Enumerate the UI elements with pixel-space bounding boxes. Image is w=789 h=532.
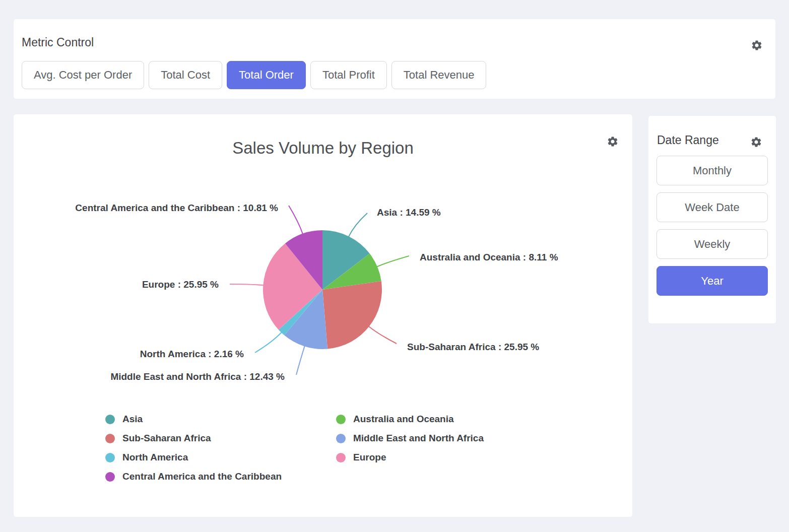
- legend-item-europe[interactable]: Europe: [336, 448, 484, 467]
- metric-total-revenue-button[interactable]: Total Revenue: [391, 61, 487, 89]
- daterange-year-button[interactable]: Year: [656, 266, 768, 296]
- legend-dot-icon: [336, 453, 346, 462]
- sales-volume-chart-panel: Sales Volume by Region Asia : 14.59 %Aus…: [14, 114, 632, 517]
- pie-leader-line-middle-east-and-north-africa: [296, 346, 305, 375]
- legend-dot-icon: [105, 415, 115, 424]
- legend-label: Central America and the Caribbean: [122, 471, 282, 482]
- legend-label: Australia and Oceania: [353, 414, 454, 425]
- metric-control-title: Metric Control: [22, 36, 94, 49]
- legend-item-sub-saharan-africa[interactable]: Sub-Saharan Africa: [105, 429, 282, 448]
- pie-legend-column-1: AsiaSub-Saharan AfricaNorth AmericaCentr…: [105, 410, 282, 486]
- dashboard-page: Metric Control Avg. Cost per OrderTotal …: [0, 0, 789, 532]
- metric-avg-cost-per-order-button[interactable]: Avg. Cost per Order: [22, 61, 144, 89]
- pie-label-middle-east-and-north-africa: Middle East and North Africa : 12.43 %: [110, 371, 285, 382]
- pie-leader-line-central-america-and-the-caribbean: [289, 206, 303, 234]
- legend-label: Sub-Saharan Africa: [122, 433, 211, 444]
- legend-label: Asia: [122, 414, 143, 425]
- daterange-monthly-button[interactable]: Monthly: [656, 156, 768, 185]
- legend-dot-icon: [336, 415, 346, 424]
- date-range-title: Date Range: [657, 134, 719, 147]
- legend-item-asia[interactable]: Asia: [105, 410, 282, 429]
- legend-label: Middle East and North Africa: [353, 433, 484, 444]
- metric-total-cost-button[interactable]: Total Cost: [149, 61, 222, 89]
- pie-legend-column-2: Australia and OceaniaMiddle East and Nor…: [336, 410, 484, 467]
- metric-buttons: Avg. Cost per OrderTotal CostTotal Order…: [22, 61, 486, 89]
- legend-label: Europe: [353, 452, 386, 463]
- pie-label-central-america-and-the-caribbean: Central America and the Caribbean : 10.8…: [75, 203, 278, 213]
- legend-dot-icon: [105, 472, 115, 482]
- metric-total-profit-button[interactable]: Total Profit: [310, 61, 387, 89]
- pie-label-north-america: North America : 2.16 %: [140, 349, 244, 359]
- legend-dot-icon: [105, 434, 115, 443]
- pie-leader-line-europe: [230, 284, 264, 285]
- legend-dot-icon: [336, 434, 346, 443]
- metric-control-gear-icon[interactable]: [751, 39, 763, 51]
- pie-label-asia: Asia : 14.59 %: [377, 207, 441, 218]
- pie-leader-line-north-america: [255, 332, 282, 353]
- legend-label: North America: [122, 452, 188, 463]
- pie-slice-sub-saharan-africa[interactable]: [322, 281, 382, 349]
- pie-label-australia-and-oceania: Australia and Oceania : 8.11 %: [420, 252, 558, 262]
- date-range-panel: Date Range MonthlyWeek DateWeeklyYear: [648, 116, 776, 323]
- daterange-weekly-button[interactable]: Weekly: [656, 229, 768, 259]
- pie-label-sub-saharan-africa: Sub-Saharan Africa : 25.95 %: [407, 342, 539, 352]
- legend-item-north-america[interactable]: North America: [105, 448, 282, 467]
- pie-leader-line-sub-saharan-africa: [369, 326, 397, 344]
- legend-item-central-america-and-the-caribbean[interactable]: Central America and the Caribbean: [105, 467, 282, 486]
- pie-label-europe: Europe : 25.95 %: [142, 279, 219, 290]
- legend-item-middle-east-and-north-africa[interactable]: Middle East and North Africa: [336, 429, 484, 448]
- metric-total-order-button[interactable]: Total Order: [227, 61, 306, 89]
- pie-leader-line-australia-and-oceania: [377, 256, 409, 267]
- date-range-buttons: MonthlyWeek DateWeeklyYear: [656, 156, 768, 296]
- legend-dot-icon: [105, 453, 115, 462]
- pie-leader-line-asia: [349, 213, 367, 237]
- legend-item-australia-and-oceania[interactable]: Australia and Oceania: [336, 410, 484, 429]
- daterange-week-date-button[interactable]: Week Date: [656, 192, 768, 222]
- metric-control-panel: Metric Control Avg. Cost per OrderTotal …: [14, 19, 775, 99]
- date-range-gear-icon[interactable]: [750, 136, 762, 148]
